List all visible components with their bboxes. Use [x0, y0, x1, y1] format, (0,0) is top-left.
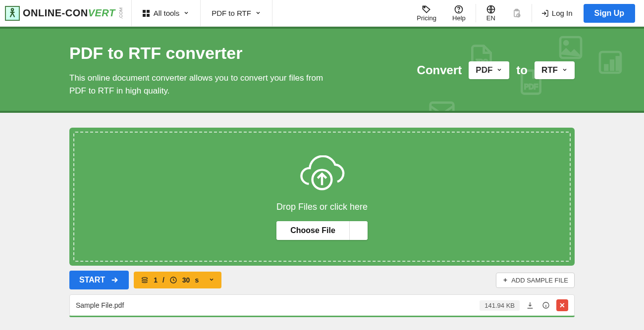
action-row: START 1 / 30 s ADD SAMPLE FILE	[69, 271, 575, 289]
cloud-upload-icon	[296, 155, 348, 195]
choose-file-group: Choose File	[276, 221, 368, 240]
chevron-down-icon	[183, 9, 189, 17]
svg-text:JPG: JPG	[475, 58, 488, 66]
svg-point-1	[424, 7, 426, 8]
logo-mark-icon	[5, 6, 20, 21]
signup-button[interactable]: Sign Up	[584, 4, 635, 23]
choose-file-dropdown[interactable]	[350, 221, 368, 240]
file-info-button[interactable]	[540, 300, 551, 311]
deco-icon	[557, 34, 585, 63]
deco-icon: PDF	[517, 68, 545, 98]
chevron-down-icon	[209, 276, 215, 284]
file-size-badge: 141.94 KB	[480, 300, 520, 311]
file-dropzone[interactable]: Drop Files or click here Choose File	[69, 128, 575, 266]
start-label: START	[79, 276, 105, 284]
logo[interactable]: ONLINE-CONVERT .COM	[0, 0, 132, 26]
plus-icon	[502, 277, 508, 283]
tag-icon	[422, 4, 431, 14]
chevron-down-icon	[255, 9, 261, 17]
nav-divider	[476, 4, 476, 22]
svg-point-3	[459, 11, 459, 12]
file-actions: 141.94 KB ✕	[480, 299, 568, 311]
login-label: Log In	[552, 9, 573, 17]
dropzone-text: Drop Files or click here	[276, 202, 368, 212]
top-nav: ONLINE-CONVERT .COM All tools PDF to RTF…	[0, 0, 644, 27]
nav-language-label: EN	[486, 14, 495, 22]
nav-all-tools[interactable]: All tools	[132, 0, 201, 26]
svg-text:PDF: PDF	[524, 83, 538, 91]
remove-file-button[interactable]: ✕	[556, 299, 568, 311]
deco-icon: JPG	[468, 44, 495, 73]
file-row: Sample File.pdf 141.94 KB ✕	[69, 294, 575, 316]
hero-banner: PDF JPG PDF to RTF converter This online…	[0, 27, 644, 113]
info-icon	[542, 301, 550, 309]
nav-pricing[interactable]: Pricing	[409, 0, 444, 26]
nav-breadcrumb-dropdown[interactable]: PDF to RTF	[201, 0, 272, 26]
svg-rect-11	[616, 56, 620, 70]
hero-copy: PDF to RTF converter This online documen…	[69, 44, 327, 97]
svg-point-18	[142, 278, 148, 280]
help-icon	[454, 4, 464, 14]
download-file-button[interactable]	[525, 300, 536, 311]
time-unit: s	[195, 276, 199, 284]
deco-icon	[596, 48, 624, 78]
clock-icon	[169, 276, 177, 284]
deco-icon	[428, 98, 456, 113]
add-sample-label: ADD SAMPLE FILE	[511, 277, 568, 284]
login-icon	[541, 9, 549, 17]
svg-rect-9	[604, 65, 608, 71]
nav-help-label: Help	[452, 14, 466, 22]
logo-text: ONLINE-CONVERT	[23, 7, 115, 19]
page-description: This online document converter allows yo…	[69, 72, 327, 97]
start-button[interactable]: START	[69, 271, 129, 289]
choose-file-button[interactable]: Choose File	[276, 221, 350, 240]
svg-point-13	[564, 41, 568, 45]
layers-icon	[141, 276, 149, 284]
download-icon	[526, 301, 534, 309]
time-value: 30	[182, 276, 190, 284]
nav-history[interactable]	[504, 0, 530, 26]
nav-divider	[532, 4, 532, 22]
file-progress-bar	[69, 316, 575, 317]
globe-icon	[486, 4, 496, 14]
svg-point-0	[11, 8, 13, 10]
add-sample-file-button[interactable]: ADD SAMPLE FILE	[496, 273, 575, 288]
file-dropzone-inner: Drop Files or click here Choose File	[73, 132, 571, 262]
chevron-down-icon	[356, 227, 362, 235]
chevron-down-icon	[562, 65, 568, 75]
nav-language[interactable]: EN	[478, 0, 504, 26]
page-title: PDF to RTF converter	[69, 44, 327, 63]
convert-label: Convert	[417, 63, 462, 77]
convert-row: Convert PDF to RTF	[417, 61, 575, 79]
slash: /	[162, 276, 164, 284]
login-link[interactable]: Log In	[534, 0, 580, 26]
chevron-down-icon	[496, 65, 502, 75]
grid-icon	[143, 10, 150, 17]
file-count: 1	[154, 276, 158, 284]
nav-breadcrumb-label: PDF to RTF	[212, 9, 251, 17]
clipboard-clock-icon	[512, 8, 522, 18]
svg-rect-10	[610, 60, 614, 70]
arrow-right-icon	[110, 276, 119, 284]
main-content: Drop Files or click here Choose File STA…	[64, 113, 580, 317]
nav-all-tools-label: All tools	[154, 9, 180, 17]
conversion-options[interactable]: 1 / 30 s	[134, 272, 221, 288]
logo-com: .COM	[118, 7, 123, 19]
file-name: Sample File.pdf	[76, 301, 480, 309]
nav-pricing-label: Pricing	[417, 14, 436, 22]
nav-help[interactable]: Help	[444, 0, 474, 26]
